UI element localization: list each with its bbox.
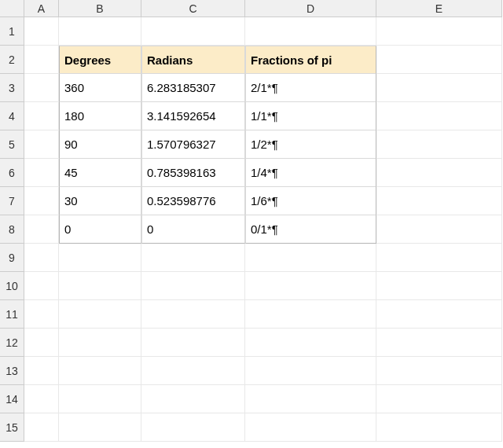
cell[interactable] (24, 385, 59, 413)
row-header[interactable]: 9 (0, 244, 24, 272)
cell[interactable] (141, 244, 245, 272)
cell[interactable] (141, 300, 245, 329)
spreadsheet-grid[interactable]: A B C D E 1 2 Degrees Radians Fractions … (0, 0, 503, 442)
cell[interactable] (24, 272, 59, 300)
row-header[interactable]: 2 (0, 46, 24, 74)
cell[interactable] (245, 272, 376, 300)
row-header[interactable]: 10 (0, 272, 24, 300)
cell[interactable] (24, 300, 59, 329)
table-cell[interactable]: 1/6*¶ (245, 187, 376, 215)
cell[interactable] (141, 413, 245, 442)
col-header-D[interactable]: D (245, 0, 376, 17)
cell[interactable] (376, 102, 502, 130)
col-header-C[interactable]: C (141, 0, 245, 17)
table-cell[interactable]: 45 (59, 159, 141, 187)
cell[interactable] (24, 413, 59, 442)
cell[interactable] (141, 357, 245, 385)
row-header[interactable]: 11 (0, 300, 24, 329)
cell[interactable] (376, 46, 502, 74)
table-header-degrees[interactable]: Degrees (59, 46, 141, 74)
cell[interactable] (376, 215, 502, 244)
table-cell[interactable]: 3.141592654 (141, 102, 245, 130)
cell[interactable] (24, 17, 59, 46)
cell[interactable] (59, 413, 141, 442)
cell[interactable] (376, 17, 502, 46)
cell[interactable] (376, 357, 502, 385)
cell[interactable] (24, 357, 59, 385)
cell[interactable] (376, 187, 502, 215)
cell[interactable] (59, 272, 141, 300)
table-cell[interactable]: 1.570796327 (141, 130, 245, 159)
col-header-A[interactable]: A (24, 0, 59, 17)
table-cell[interactable]: 6.283185307 (141, 74, 245, 102)
table-cell[interactable]: 180 (59, 102, 141, 130)
table-cell[interactable]: 0.523598776 (141, 187, 245, 215)
cell[interactable] (59, 385, 141, 413)
cell[interactable] (24, 46, 59, 74)
table-cell[interactable]: 0/1*¶ (245, 215, 376, 244)
table-cell[interactable]: 0 (141, 215, 245, 244)
cell[interactable] (24, 102, 59, 130)
select-all-corner[interactable] (0, 0, 24, 17)
cell[interactable] (24, 215, 59, 244)
row-header[interactable]: 15 (0, 413, 24, 442)
table-cell[interactable]: 1/1*¶ (245, 102, 376, 130)
cell[interactable] (245, 385, 376, 413)
table-cell[interactable]: 1/2*¶ (245, 130, 376, 159)
cell[interactable] (24, 159, 59, 187)
row-header[interactable]: 5 (0, 130, 24, 159)
cell[interactable] (59, 300, 141, 329)
table-cell[interactable]: 2/1*¶ (245, 74, 376, 102)
table-cell[interactable]: 1/4*¶ (245, 159, 376, 187)
row-header[interactable]: 7 (0, 187, 24, 215)
cell[interactable] (141, 272, 245, 300)
cell[interactable] (376, 329, 502, 357)
cell[interactable] (376, 413, 502, 442)
cell[interactable] (59, 17, 141, 46)
cell[interactable] (24, 244, 59, 272)
row-header[interactable]: 6 (0, 159, 24, 187)
table-cell[interactable]: 90 (59, 130, 141, 159)
cell[interactable] (24, 187, 59, 215)
cell[interactable] (376, 300, 502, 329)
table-header-radians[interactable]: Radians (141, 46, 245, 74)
row-header[interactable]: 1 (0, 17, 24, 46)
cell[interactable] (376, 130, 502, 159)
cell[interactable] (59, 357, 141, 385)
cell[interactable] (376, 74, 502, 102)
table-cell[interactable]: 360 (59, 74, 141, 102)
col-header-E[interactable]: E (376, 0, 502, 17)
row-header[interactable]: 12 (0, 329, 24, 357)
cell[interactable] (141, 385, 245, 413)
col-header-B[interactable]: B (59, 0, 141, 17)
table-cell[interactable]: 0 (59, 215, 141, 244)
cell[interactable] (24, 130, 59, 159)
table-cell[interactable]: 0.785398163 (141, 159, 245, 187)
table-header-fractions[interactable]: Fractions of pi (245, 46, 376, 74)
cell[interactable] (245, 17, 376, 46)
table-cell[interactable]: 30 (59, 187, 141, 215)
row-header[interactable]: 8 (0, 215, 24, 244)
cell[interactable] (24, 329, 59, 357)
row-header[interactable]: 14 (0, 385, 24, 413)
cell[interactable] (376, 385, 502, 413)
cell[interactable] (245, 329, 376, 357)
cell[interactable] (245, 300, 376, 329)
row-header[interactable]: 13 (0, 357, 24, 385)
cell[interactable] (376, 159, 502, 187)
cell[interactable] (24, 74, 59, 102)
cell[interactable] (376, 244, 502, 272)
cell[interactable] (376, 272, 502, 300)
row-header[interactable]: 3 (0, 74, 24, 102)
cell[interactable] (245, 244, 376, 272)
cell[interactable] (59, 244, 141, 272)
cell[interactable] (141, 17, 245, 46)
cell[interactable] (59, 329, 141, 357)
cell[interactable] (141, 329, 245, 357)
cell[interactable] (245, 413, 376, 442)
row-header[interactable]: 4 (0, 102, 24, 130)
cell[interactable] (245, 357, 376, 385)
